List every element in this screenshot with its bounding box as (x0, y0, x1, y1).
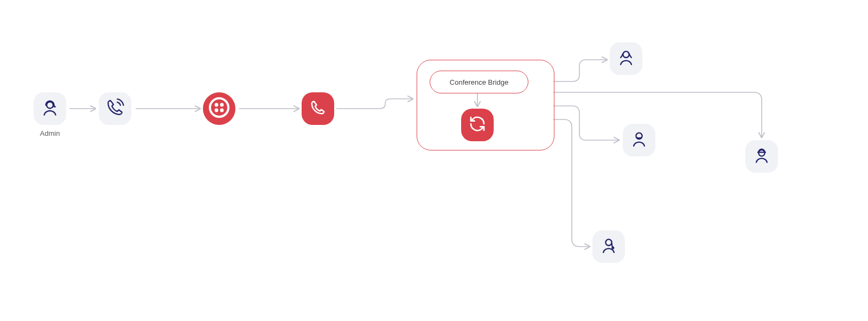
conference-bridge-node (461, 109, 494, 141)
svg-point-13 (612, 247, 614, 249)
svg-point-7 (220, 103, 224, 107)
twilio-node (203, 92, 235, 125)
diagram-canvas: Admin (0, 0, 868, 321)
phone-ringing-icon (106, 98, 124, 119)
user-c-node (592, 230, 625, 263)
person-worker-icon (752, 146, 771, 167)
user-b-node (623, 124, 655, 156)
phone-icon (310, 99, 326, 118)
person-girl-icon (599, 236, 618, 257)
user-d-node (745, 140, 778, 173)
sync-icon (469, 115, 486, 135)
svg-point-9 (220, 109, 224, 112)
svg-point-4 (47, 102, 53, 109)
svg-point-12 (605, 240, 611, 246)
svg-point-5 (210, 98, 228, 117)
svg-point-10 (623, 52, 629, 58)
call-node (99, 92, 131, 125)
person-man-icon (630, 130, 648, 150)
twilio-logo-icon (208, 97, 230, 121)
person-headset-icon (40, 98, 60, 119)
admin-label: Admin (28, 129, 72, 137)
user-a-node (610, 42, 642, 75)
phone-node (302, 92, 334, 125)
svg-point-14 (758, 150, 764, 156)
svg-point-6 (215, 103, 219, 107)
connector-layer (0, 0, 868, 321)
conference-bridge-label-pill: Conference Bridge (430, 71, 528, 93)
admin-node (34, 92, 66, 125)
conference-bridge-label: Conference Bridge (450, 78, 508, 86)
svg-point-8 (215, 109, 219, 112)
person-woman-icon (617, 48, 635, 69)
